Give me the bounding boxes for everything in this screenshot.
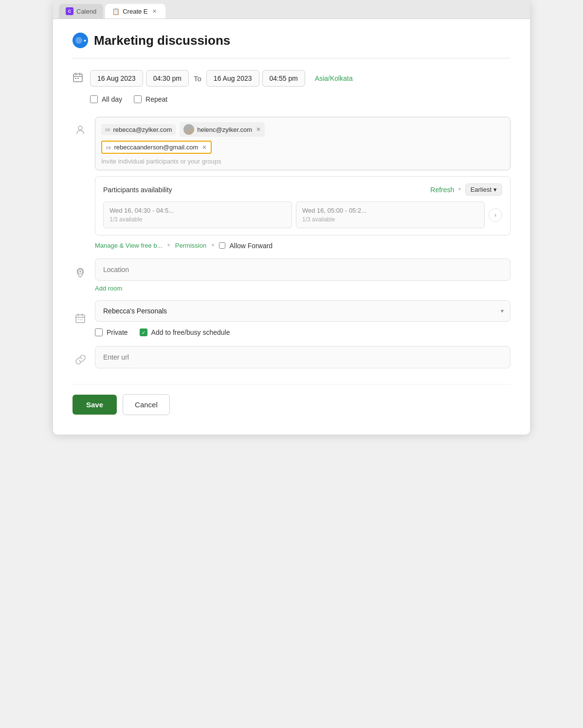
participants-box[interactable]: re rebecca@zylker.com helenc@zylker.com … [95, 117, 510, 170]
availability-actions: Refresh • Earliest ▾ [430, 183, 502, 196]
start-date-field[interactable]: 16 Aug 2023 [90, 70, 143, 87]
repeat-text: Repeat [146, 95, 167, 103]
title-divider [73, 58, 510, 58]
tab-create-event-label: Create E [123, 8, 147, 15]
participant-chip-1: re rebecca@zylker.com [101, 124, 176, 135]
participant-avatar-2 [183, 124, 194, 135]
timezone-label[interactable]: Asia/Kolkata [315, 74, 353, 82]
location-section: Add room [73, 258, 510, 292]
end-date-field[interactable]: 16 Aug 2023 [206, 70, 259, 87]
calendar-dot[interactable]: ▾ [73, 33, 88, 48]
svg-point-7 [78, 126, 82, 130]
tab-calend-label: Calend [76, 8, 96, 15]
calendar-select-icon [73, 310, 88, 326]
location-pin-icon [75, 268, 85, 278]
slot-card-2[interactable]: Wed 16, 05:00 - 05:2... 1/3 available [296, 201, 485, 228]
action-dot-2: • [211, 240, 214, 251]
link-icon [75, 354, 86, 365]
location-input[interactable] [95, 258, 510, 281]
calendar-select-wrapper: Rebecca's Personals Work Personal Family… [95, 300, 510, 322]
add-room-button[interactable]: Add room [95, 285, 122, 292]
earliest-caret: ▾ [493, 186, 497, 193]
all-day-text: All day [102, 95, 122, 103]
event-title[interactable]: Marketing discussions [94, 33, 230, 48]
participant-chip-2: helenc@zylker.com ✕ [180, 122, 265, 137]
dot-separator: • [458, 184, 461, 195]
dot-icon [75, 36, 83, 44]
svg-rect-6 [77, 78, 79, 79]
calend-tab-icon: C [66, 7, 73, 15]
all-day-label[interactable]: All day [90, 95, 122, 103]
slot-avail-2: 1/3 available [302, 216, 478, 223]
datetime-icon [73, 72, 90, 85]
tab-close-button[interactable]: ✕ [151, 7, 159, 15]
active-chip-row: re rebeccaanderson@gmail.com ✕ [101, 141, 504, 154]
end-time-field[interactable]: 04:55 pm [262, 70, 305, 87]
private-label[interactable]: Private [95, 328, 128, 336]
manage-view-button[interactable]: Manage & View free b... [95, 242, 163, 249]
participants-icon [73, 122, 88, 137]
busy-label[interactable]: ✓ Add to free/busy schedule [140, 328, 230, 336]
earliest-label: Earliest [471, 186, 492, 193]
participant-chip-active: re rebeccaanderson@gmail.com ✕ [101, 141, 212, 154]
svg-rect-5 [75, 78, 76, 79]
location-icon [73, 265, 88, 281]
footer-buttons: Save Cancel [73, 384, 510, 415]
permission-button[interactable]: Permission [175, 242, 206, 249]
start-time-field[interactable]: 04:30 pm [146, 70, 189, 87]
calendar-select[interactable]: Rebecca's Personals Work Personal Family [95, 300, 510, 322]
cancel-button[interactable]: Cancel [123, 394, 170, 415]
slot-card-1[interactable]: Wed 16, 04:30 - 04:5... 1/3 available [103, 201, 292, 228]
repeat-checkbox[interactable] [134, 95, 142, 103]
browser-window: C Calend 📋 Create E ✕ ▾ Marketing discus… [53, 0, 530, 435]
chip-remove-active[interactable]: ✕ [202, 144, 207, 151]
svg-rect-10 [76, 315, 85, 323]
action-dot-1: • [167, 240, 170, 251]
participants-content: re rebecca@zylker.com helenc@zylker.com … [95, 117, 510, 251]
options-row: All day Repeat [90, 95, 510, 103]
private-text: Private [107, 328, 128, 336]
slot-avail-1: 1/3 available [109, 216, 286, 223]
all-day-checkbox[interactable] [90, 95, 98, 103]
busy-checkbox-checked: ✓ [140, 328, 147, 336]
chip-remove-2[interactable]: ✕ [256, 126, 261, 133]
datetime-row: 16 Aug 2023 04:30 pm To 16 Aug 2023 04:5… [73, 70, 510, 87]
slot-time-1: Wed 16, 04:30 - 04:5... [109, 207, 286, 214]
tab-bar: C Calend 📋 Create E ✕ [53, 0, 530, 19]
participants-top-row: re rebecca@zylker.com helenc@zylker.com … [101, 122, 504, 137]
chip-email-1: rebecca@zylker.com [113, 126, 172, 133]
location-content: Add room [95, 258, 510, 292]
page-content: ▾ Marketing discussions 16 Aug 2023 04:3… [53, 19, 530, 435]
chip-email-active: rebeccaanderson@gmail.com [114, 144, 198, 151]
chip-prefix-1: re [105, 127, 110, 132]
repeat-label[interactable]: Repeat [134, 95, 167, 103]
chip-email-2: helenc@zylker.com [197, 126, 252, 133]
url-content [95, 346, 510, 368]
bottom-actions: Manage & View free b... • Permission • A… [95, 240, 510, 251]
calendar-datetime-icon [73, 72, 83, 83]
refresh-button[interactable]: Refresh [430, 186, 454, 194]
calendar-grid-icon [75, 313, 86, 324]
url-input[interactable] [95, 346, 510, 368]
privacy-row: Private ✓ Add to free/busy schedule [95, 328, 510, 336]
busy-text: Add to free/busy schedule [151, 328, 230, 336]
tab-create-event[interactable]: 📋 Create E ✕ [105, 4, 165, 18]
calendar-section: Rebecca's Personals Work Personal Family… [73, 300, 510, 336]
svg-point-0 [75, 37, 82, 44]
availability-slots: Wed 16, 04:30 - 04:5... 1/3 available We… [103, 201, 502, 228]
chip-prefix-active: re [106, 145, 111, 150]
availability-header: Participants availability Refresh • Earl… [103, 183, 502, 196]
save-button[interactable]: Save [73, 395, 117, 415]
tab-calend[interactable]: C Calend [59, 4, 103, 18]
participants-section: re rebecca@zylker.com helenc@zylker.com … [73, 117, 510, 251]
allow-forward-checkbox[interactable] [219, 242, 225, 249]
calendar-select-content: Rebecca's Personals Work Personal Family… [95, 300, 510, 336]
url-section [73, 346, 510, 368]
private-checkbox[interactable] [95, 328, 103, 336]
earliest-button[interactable]: Earliest ▾ [465, 183, 502, 196]
datetime-separator: To [192, 74, 203, 83]
create-event-tab-icon: 📋 [112, 8, 120, 15]
slot-nav-next[interactable]: › [489, 208, 502, 222]
slot-time-2: Wed 16, 05:00 - 05:2... [302, 207, 478, 214]
allow-forward-label[interactable]: Allow Forward [219, 242, 273, 250]
